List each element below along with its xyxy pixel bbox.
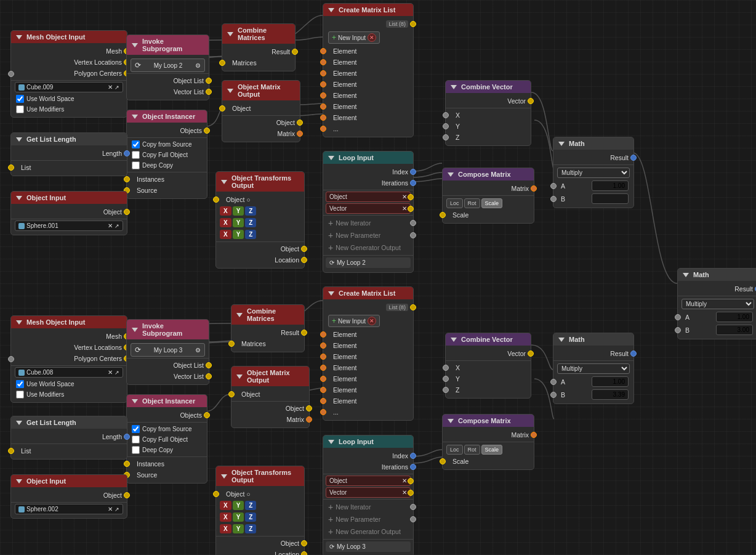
oto2-y1[interactable]: Y — [233, 501, 244, 510]
oto1-x3[interactable]: X — [220, 230, 231, 239]
sphere1-pick[interactable]: ↗ — [115, 223, 119, 229]
elem-socket-1g[interactable] — [320, 115, 326, 121]
collapse-oto1[interactable] — [221, 180, 227, 184]
math2-mode-select[interactable]: Multiply Add — [682, 299, 754, 309]
oto2-z2[interactable]: Z — [245, 512, 256, 522]
sphere1-clear[interactable]: ✕ — [108, 222, 113, 229]
math3-a-input[interactable] — [592, 376, 629, 387]
cv1-vec-socket[interactable] — [528, 98, 534, 104]
oi2-dc-cb[interactable] — [132, 446, 140, 454]
compmat1-matrix-socket[interactable] — [531, 185, 537, 192]
li2-index-socket[interactable] — [410, 453, 416, 459]
elem-socket-1e[interactable] — [320, 92, 326, 99]
li2-vec-del[interactable]: ✕ — [402, 489, 407, 496]
collapse-obi1[interactable] — [16, 196, 22, 200]
li1-newparam-socket[interactable] — [410, 232, 416, 238]
oto1-z3[interactable]: Z — [245, 230, 256, 239]
rot-btn-1[interactable]: Rot — [464, 198, 480, 208]
use-modifiers-cb-1[interactable] — [16, 105, 24, 113]
cube008-field[interactable]: Cube.008 ✕ ↗ — [15, 367, 123, 378]
oto1-obj-socket[interactable] — [213, 196, 219, 203]
oto1-x2[interactable]: X — [220, 218, 231, 227]
collapse-obi2[interactable] — [16, 479, 22, 484]
collapse-cv1[interactable] — [451, 85, 457, 89]
li1-obj-del[interactable]: ✕ — [402, 193, 407, 200]
collapse-cml2[interactable] — [328, 291, 334, 296]
oto2-y3[interactable]: Y — [233, 524, 244, 533]
oto2-z3[interactable]: Z — [245, 524, 256, 533]
scale-btn-2[interactable]: Scale — [481, 445, 503, 455]
cv2-y-socket[interactable] — [443, 376, 449, 382]
cm2-result-socket[interactable] — [301, 330, 307, 336]
oi1-cf-cb[interactable] — [132, 151, 140, 159]
li1-vec-socket[interactable] — [408, 206, 414, 212]
omo1-matrix-socket[interactable] — [297, 131, 303, 137]
compmat1-scale-socket[interactable] — [440, 212, 446, 218]
cml2-e5[interactable] — [320, 376, 326, 382]
list-socket-cml1[interactable] — [410, 21, 416, 27]
li2-obj-del[interactable]: ✕ — [402, 477, 407, 484]
obi1-obj-socket[interactable] — [124, 209, 130, 215]
collapse-li1[interactable] — [328, 156, 334, 160]
math2-a-input[interactable] — [716, 312, 753, 322]
oto1-loc-socket[interactable] — [301, 257, 307, 263]
math3-b-input[interactable] — [592, 389, 629, 400]
cml2-list-socket[interactable] — [410, 304, 416, 310]
collapse-icon-1[interactable] — [16, 35, 22, 39]
subprog-settings-2[interactable]: ⚙ — [195, 347, 201, 354]
li1-obj-socket[interactable] — [408, 194, 414, 200]
li2-vec-socket[interactable] — [408, 490, 414, 496]
cml2-del-btn[interactable]: ✕ — [368, 317, 376, 325]
oi2-objects-socket[interactable] — [204, 412, 210, 418]
loc-btn-1[interactable]: Loc — [446, 198, 463, 208]
elem-socket-1d[interactable] — [320, 81, 326, 87]
cv1-y-socket[interactable] — [443, 123, 449, 129]
sphere002-pick[interactable]: ↗ — [115, 506, 119, 512]
elem-socket-1b[interactable] — [320, 59, 326, 65]
cml2-e6[interactable] — [320, 387, 326, 393]
sphere001-field[interactable]: Sphere.001 ✕ ↗ — [15, 221, 123, 231]
li2-newparam-socket[interactable] — [410, 516, 416, 522]
cv1-z-socket[interactable] — [443, 134, 449, 140]
scale-btn-1[interactable]: Scale — [481, 198, 503, 208]
li2-new-gen-out[interactable]: + New Generator Output — [323, 525, 413, 538]
cml2-e3[interactable] — [320, 354, 326, 360]
math3-b-socket[interactable] — [550, 392, 557, 398]
oi1-inst-socket[interactable] — [124, 176, 130, 182]
oi2-inst-socket[interactable] — [124, 461, 130, 467]
omo1-obj-socket[interactable] — [219, 105, 225, 111]
inv2-objlist-socket[interactable] — [206, 362, 212, 368]
oto1-y3[interactable]: Y — [233, 230, 244, 239]
collapse-cm1[interactable] — [227, 32, 233, 36]
collapse-compmat2[interactable] — [448, 419, 454, 423]
gll1-length-socket[interactable] — [124, 150, 130, 156]
collapse-cm2[interactable] — [236, 313, 243, 317]
elem-socket-1a[interactable] — [320, 48, 326, 54]
collapse-icon-inv1[interactable] — [132, 43, 138, 47]
cml2-add-icon[interactable]: + — [332, 317, 336, 325]
li1-new-param[interactable]: + New Parameter — [323, 229, 413, 241]
oi1-objects-socket[interactable] — [204, 128, 210, 134]
cube008-in-socket[interactable] — [8, 356, 14, 362]
oto2-obj-out-socket[interactable] — [301, 540, 307, 546]
loc-btn-2[interactable]: Loc — [446, 445, 463, 455]
li1-vec-del[interactable]: ✕ — [402, 205, 407, 212]
math2-b-input[interactable] — [716, 325, 753, 335]
cml2-e2[interactable] — [320, 342, 326, 349]
li1-object-field[interactable]: Object ✕ — [326, 192, 411, 202]
cube008-clear[interactable]: ✕ — [108, 369, 113, 376]
oi2-cfs-cb[interactable] — [132, 425, 140, 433]
vec-list-socket-1[interactable] — [206, 89, 212, 95]
moi2-ws-cb[interactable] — [16, 380, 24, 388]
compmat2-scale-socket[interactable] — [440, 458, 446, 464]
oto2-obj-socket[interactable] — [213, 491, 219, 497]
li2-new-param[interactable]: + New Parameter — [323, 513, 413, 525]
cml2-e7[interactable] — [320, 398, 326, 404]
li1-newiter-socket[interactable] — [410, 220, 416, 226]
li1-vector-field[interactable]: Vector ✕ — [326, 203, 411, 214]
inv2-veclist-socket[interactable] — [206, 373, 212, 379]
obi2-obj-socket[interactable] — [124, 492, 130, 498]
li1-iter-socket[interactable] — [410, 180, 416, 186]
gll2-list-socket[interactable] — [8, 448, 14, 454]
elem-socket-1c[interactable] — [320, 70, 326, 76]
